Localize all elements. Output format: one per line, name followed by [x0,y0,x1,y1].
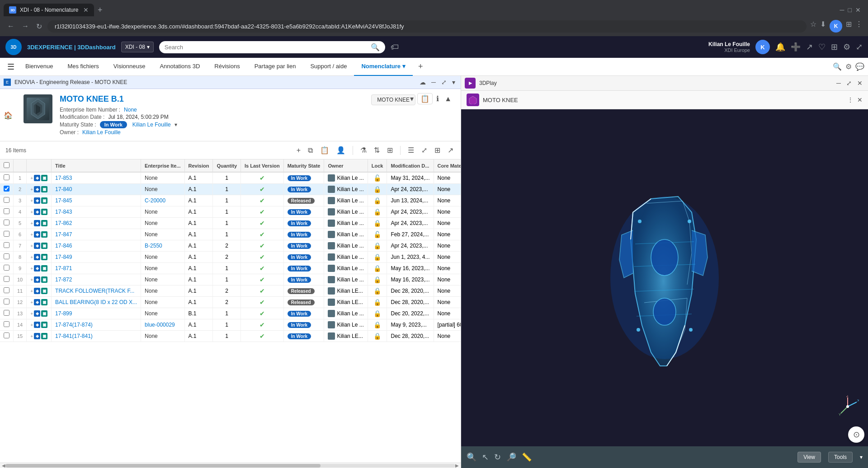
part-link[interactable]: 17-874(17-874) [55,322,93,328]
view-float-button[interactable]: ⊙ [848,426,864,443]
row-checkbox-cell[interactable] [0,218,14,229]
row-checkbox-cell[interactable] [0,195,14,206]
rp-minimize-btn[interactable]: ─ [835,79,843,88]
row-title-cell[interactable]: 17-849 [52,252,141,263]
row-title-cell[interactable]: 17-846 [52,240,141,252]
expand-icon[interactable]: + [30,210,33,215]
close-button[interactable]: ✕ [855,6,861,14]
row-checkbox[interactable] [4,242,9,248]
copy-button[interactable]: ⧉ [306,145,315,156]
table-row[interactable]: 13 + ◈ ▣ 17-899 None B.1 1 ✔ In Work Kil… [0,308,461,319]
nav-chat-icon[interactable]: 💬 [855,62,864,71]
expand-icon[interactable]: + [30,232,33,237]
row-title-cell[interactable]: BALL BEARING(8 ID x 22 OD X... [52,297,141,308]
row-checkbox-cell[interactable] [0,229,14,240]
table-row[interactable]: 11 + ◈ ▣ TRACK FOLLOWER(TRACK F... None … [0,285,461,297]
table-row[interactable]: 10 + ◈ ▣ 17-872 None A.1 1 ✔ In Work Kil… [0,274,461,285]
part-link[interactable]: 17-853 [55,175,72,181]
bottom-nav-icon[interactable]: 🔍 [467,452,476,462]
part-link[interactable]: 17-872 [55,276,72,283]
table-row[interactable]: 7 + ◈ ▣ 17-846 B-2550 A.1 2 ✔ In Work Ki… [0,240,461,252]
part-link[interactable]: 17-871 [55,265,72,271]
search-icon[interactable]: 🔍 [371,43,380,51]
forward-button[interactable]: → [20,20,31,32]
row-checkbox-cell[interactable] [0,252,14,263]
part-link[interactable]: TRACK FOLLOWER(TRACK F... [55,288,134,294]
table-scroll-area[interactable]: Title Enterprise Ite... Revision Quantit… [0,159,461,463]
user-btn[interactable]: 👤 [335,144,347,156]
part-link[interactable]: 17-845 [55,197,72,204]
table-row[interactable]: 5 + ◈ ▣ 17-862 None A.1 1 ✔ In Work Kili… [0,218,461,229]
chrome-menu-icon[interactable]: ⋮ [855,20,863,33]
table-row[interactable]: 4 + ◈ ▣ 17-843 None A.1 1 ✔ In Work Kili… [0,206,461,218]
maximize-button[interactable]: □ [848,6,852,14]
table-row[interactable]: 9 + ◈ ▣ 17-871 None A.1 1 ✔ In Work Kili… [0,263,461,274]
apps-icon[interactable]: ⊞ [831,42,838,52]
product-info-btn[interactable]: 📋 [417,93,433,104]
product-collapse-btn[interactable]: ▾ [408,93,415,105]
expand-icon[interactable]: + [30,255,33,260]
row-title-cell[interactable]: 17-899 [52,308,141,319]
part-link[interactable]: 17-899 [55,310,72,317]
table-row[interactable]: 14 + ◈ ▣ 17-874(17-874) blue-000029 A.1 … [0,319,461,331]
table-icon-btn[interactable]: 📋 [318,144,331,156]
expand-icon[interactable]: + [30,323,33,328]
row-title-cell[interactable]: TRACK FOLLOWER(TRACK F... [52,285,141,297]
notifications-icon[interactable]: 🔔 [775,42,785,52]
tag-icon[interactable]: 🏷 [391,42,399,52]
part-link[interactable]: 17-862 [55,220,72,226]
bottom-cursor-icon[interactable]: ↖ [482,452,489,462]
row-checkbox-cell[interactable] [0,308,14,319]
expand-icon[interactable]: + [30,311,33,316]
product-home-icon[interactable]: 🏠 [4,111,13,119]
enterprise-item-value[interactable]: None [124,107,137,113]
row-checkbox[interactable] [4,186,9,192]
nav-hamburger-icon[interactable]: ☰ [4,58,18,75]
row-checkbox[interactable] [4,276,9,282]
expand-header-icon[interactable]: ⤢ [856,42,863,52]
row-checkbox[interactable] [4,174,9,180]
h-scroll-thumb[interactable] [5,464,321,468]
row-title-cell[interactable]: 17-862 [52,218,141,229]
row-title-cell[interactable]: 17-871 [52,263,141,274]
expand-icon[interactable]: + [30,266,33,271]
row-checkbox[interactable] [4,310,9,316]
row-checkbox-cell[interactable] [0,285,14,297]
row-checkbox-cell[interactable] [0,297,14,308]
expand-icon[interactable]: + [30,187,33,192]
view-button[interactable]: View [797,452,821,463]
table-row[interactable]: 3 + ◈ ▣ 17-845 C-20000 A.1 1 ✔ Released … [0,195,461,206]
row-title-cell[interactable]: 17-843 [52,206,141,218]
bookmark-header-icon[interactable]: ♡ [818,42,826,52]
row-checkbox[interactable] [4,231,9,237]
part-link[interactable]: 17-849 [55,254,72,260]
product-up-btn[interactable]: ▲ [443,93,453,105]
reload-button[interactable]: ↻ [34,20,44,33]
rp-expand-btn[interactable]: ⤢ [844,79,854,88]
list-view-btn[interactable]: ☰ [406,144,416,156]
row-checkbox[interactable] [4,253,9,259]
expand-icon[interactable]: + [30,289,33,294]
row-checkbox-cell[interactable] [0,331,14,342]
nav-item-nomenclature[interactable]: Nomenclature ▾ [354,58,413,76]
row-checkbox-cell[interactable] [0,263,14,274]
nav-item-bienvenue[interactable]: Bienvenue [18,58,60,76]
nav-item-visionneuse[interactable]: Visionneuse [106,58,153,76]
row-checkbox[interactable] [4,197,9,203]
new-tab-button[interactable]: + [94,5,106,15]
row-checkbox[interactable] [4,220,9,225]
row-checkbox-cell[interactable] [0,319,14,331]
hierarchy-btn[interactable]: ⇅ [372,144,382,156]
part-link[interactable]: 17-840 [55,186,72,192]
rp-product-close-btn[interactable]: ✕ [857,96,863,103]
part-link[interactable]: 17-843 [55,209,72,215]
bookmark-icon[interactable]: ☆ [810,20,816,33]
panel-cloud-btn[interactable]: ☁ [418,78,428,87]
extensions-icon[interactable]: ⊞ [846,20,852,33]
nav-search-icon[interactable]: 🔍 [833,62,842,71]
filter-btn[interactable]: ⚗ [359,144,368,156]
user-avatar-header[interactable]: K [755,40,770,54]
row-title-cell[interactable]: 17-847 [52,229,141,240]
download-icon[interactable]: ⬇ [820,20,826,33]
row-title-cell[interactable]: 17-853 [52,172,141,184]
